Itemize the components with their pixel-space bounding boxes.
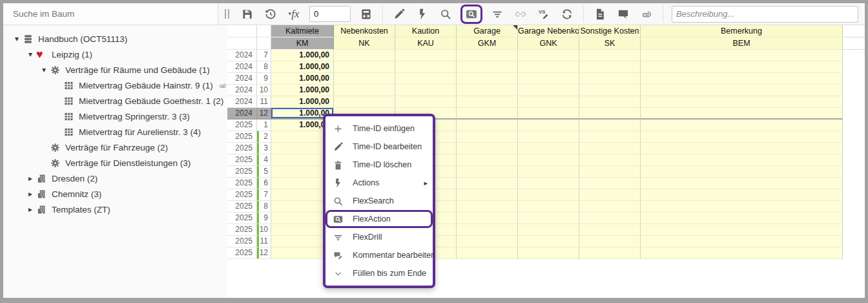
cell-sk-2025-10[interactable]	[579, 224, 641, 236]
column-header-nk[interactable]: Nebenkosten	[334, 25, 395, 37]
cell-gnk-2025-11[interactable]	[518, 236, 579, 247]
row-header-year[interactable]: 2025	[227, 120, 257, 131]
column-header-kau[interactable]: Kaution	[395, 25, 457, 37]
cell-bem-2025-11[interactable]	[641, 236, 843, 247]
cell-kau-2024-11[interactable]	[395, 96, 457, 108]
cell-sk-2025-3[interactable]	[579, 143, 641, 154]
calculator-icon-button[interactable]	[358, 6, 375, 23]
cell-gnk-2025-1[interactable]	[518, 120, 579, 131]
tree-item[interactable]: Mietvertrag Springerstr. 3 (3)	[3, 109, 227, 124]
row-header-month[interactable]: 6	[257, 178, 271, 189]
cell-bem-2025-9[interactable]	[641, 213, 843, 224]
tree-item[interactable]: Verträge für Fahrzeuge (2)	[3, 140, 227, 155]
row-header-month[interactable]: 8	[257, 61, 271, 73]
save-icon-button[interactable]	[239, 6, 256, 23]
cell-bem-2025-10[interactable]	[641, 224, 843, 236]
tree-item[interactable]: Mietvertrag für Aurelienstr. 3 (4)	[3, 124, 227, 140]
cell-gkm-2024-12[interactable]	[457, 108, 518, 120]
cell-gkm-2025-4[interactable]	[457, 154, 518, 166]
row-header-year[interactable]: 2025	[227, 166, 257, 178]
column-header-km[interactable]: Kaltmiete	[271, 25, 334, 37]
cell-gnk-2025-9[interactable]	[518, 213, 579, 224]
cell-bem-2025-1[interactable]	[641, 120, 843, 131]
cell-bem-2024-8[interactable]	[641, 61, 843, 73]
tree-item[interactable]: ▸Chemnitz (3)	[3, 186, 227, 202]
toolbar-drag-handle[interactable]	[225, 9, 229, 19]
row-header-month[interactable]: 11	[257, 96, 271, 108]
row-header-month[interactable]: 8	[257, 201, 271, 213]
row-header-month[interactable]: 12	[257, 247, 271, 259]
row-header-year[interactable]: 2024	[227, 61, 257, 73]
row-header-month[interactable]: 4	[257, 154, 271, 166]
cell-sk-2025-7[interactable]	[579, 189, 641, 201]
expander-down-icon[interactable]: ▾	[25, 50, 36, 59]
cell-gkm-2024-7[interactable]	[457, 50, 518, 61]
actions-icon-button[interactable]	[414, 6, 431, 23]
cell-kau-2024-10[interactable]	[395, 85, 457, 96]
cell-sk-2025-8[interactable]	[579, 201, 641, 213]
cell-sk-2025-5[interactable]	[579, 166, 641, 178]
row-header-year[interactable]: 2025	[227, 247, 257, 259]
row-header-year[interactable]: 2025	[227, 201, 257, 213]
column-header-gkm[interactable]: Garage	[457, 25, 518, 37]
row-header-year[interactable]: 2025	[227, 178, 257, 189]
cell-sk-2024-12[interactable]	[579, 108, 641, 120]
cell-gnk-2025-7[interactable]	[518, 189, 579, 201]
cell-gkm-2025-2[interactable]	[457, 131, 518, 143]
cell-bem-2025-7[interactable]	[641, 189, 843, 201]
cell-sk-2025-1[interactable]	[579, 120, 641, 131]
tree-item[interactable]: ▾Handbuch (OCT51113)	[3, 31, 227, 47]
column-header-bem[interactable]: BEM	[641, 37, 843, 50]
cell-gkm-2025-6[interactable]	[457, 178, 518, 189]
menu-item-flexdrill[interactable]: FlexDrill	[326, 228, 433, 246]
edit-icon-button[interactable]	[391, 6, 408, 23]
cell-gkm-2025-10[interactable]	[457, 224, 518, 236]
row-header-month[interactable]: 2	[257, 131, 271, 143]
tree-item[interactable]: Mietvertrag Gebäude Goethestr. 1 (2)	[3, 93, 227, 109]
cell-kau-2024-7[interactable]	[395, 50, 457, 61]
row-header-month[interactable]: 7	[257, 189, 271, 201]
search-icon-button[interactable]	[437, 6, 454, 23]
row-header-month[interactable]: 3	[257, 143, 271, 154]
cell-gkm-2024-10[interactable]	[457, 85, 518, 96]
column-header-sk[interactable]: SK	[579, 37, 641, 50]
link-icon-button[interactable]	[512, 6, 529, 23]
row-header-month[interactable]: 7	[257, 50, 271, 61]
tree-item[interactable]: Mietvertrag Gebäude Hainstr. 9 (1)	[3, 78, 227, 93]
value-input[interactable]	[309, 6, 351, 22]
cell-bem-2025-5[interactable]	[641, 166, 843, 178]
expander-down-icon[interactable]: ▾	[38, 65, 50, 74]
row-header-year[interactable]: 2025	[227, 213, 257, 224]
cell-nk-2024-9[interactable]	[334, 73, 395, 85]
cell-bem-2025-12[interactable]	[641, 247, 843, 259]
cell-gnk-2024-9[interactable]	[518, 73, 579, 85]
cell-gkm-2024-8[interactable]	[457, 61, 518, 73]
tree-item[interactable]: ▸Templates (ZT)	[3, 202, 227, 217]
row-header-year[interactable]: 2025	[227, 224, 257, 236]
cell-gnk-2025-8[interactable]	[518, 201, 579, 213]
cell-gnk-2024-11[interactable]	[518, 96, 579, 108]
tree-item[interactable]: Verträge für Dienstleistungen (3)	[3, 155, 227, 171]
cell-bem-2024-9[interactable]	[641, 73, 843, 85]
cell-gkm-2025-9[interactable]	[457, 213, 518, 224]
row-header-year[interactable]: 2024	[227, 73, 257, 85]
cell-bem-2025-4[interactable]	[641, 154, 843, 166]
cell-bem-2024-11[interactable]	[641, 96, 843, 108]
column-header-km[interactable]: KM	[271, 37, 334, 50]
row-header-month[interactable]: 10	[257, 85, 271, 96]
row-header-year[interactable]: 2024	[227, 85, 257, 96]
cell-gnk-2025-3[interactable]	[518, 143, 579, 154]
cell-km-2024-10[interactable]: 1.000,00	[271, 85, 334, 96]
cell-gkm-2025-5[interactable]	[457, 166, 518, 178]
cell-gnk-2024-7[interactable]	[518, 50, 579, 61]
cell-gkm-2025-11[interactable]	[457, 236, 518, 247]
comment-icon-button[interactable]	[615, 6, 632, 23]
cell-sk-2025-9[interactable]	[579, 213, 641, 224]
column-header-gnk[interactable]: GNK	[518, 37, 579, 50]
cell-bem-2025-8[interactable]	[641, 201, 843, 213]
tree-item[interactable]: ▸Dresden (2)	[3, 171, 227, 186]
cell-bem-2025-3[interactable]	[641, 143, 843, 154]
row-header-year[interactable]: 2025	[227, 143, 257, 154]
vs-edit-icon-button[interactable]	[535, 6, 552, 23]
menu-item-time-id-l-schen[interactable]: Time-ID löschen	[326, 156, 433, 174]
